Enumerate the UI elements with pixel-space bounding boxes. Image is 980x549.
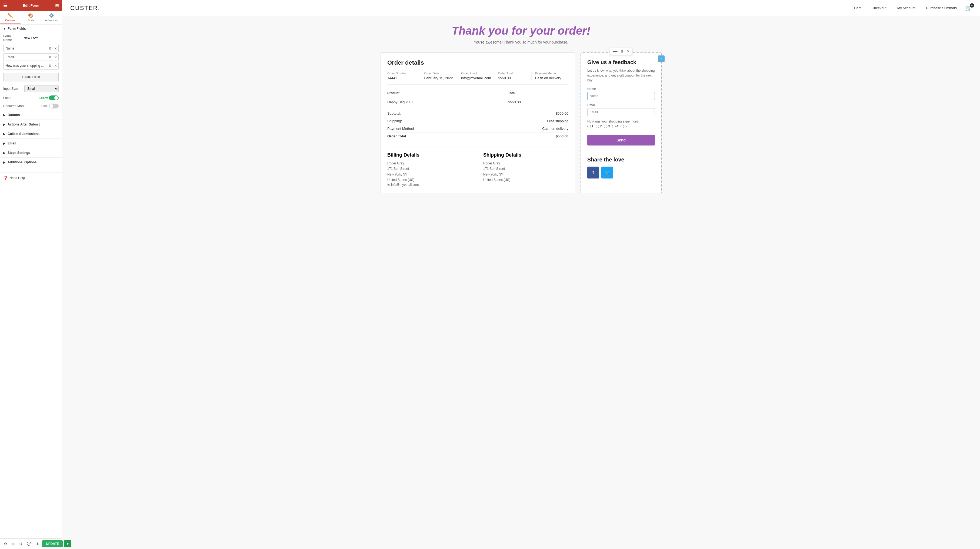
steps-label: Steps Settings	[8, 151, 30, 155]
email-label: Email	[8, 142, 16, 145]
col-total-header: Total	[508, 91, 568, 95]
steps-settings-section[interactable]: ▶ Steps Settings	[0, 148, 62, 157]
order-item-product: Happy Bag × 10	[387, 100, 508, 104]
nav-my-account[interactable]: My Account	[897, 6, 915, 10]
meta-order-number: Order Number 14441	[387, 72, 421, 80]
hamburger-icon[interactable]: ☰	[3, 3, 7, 8]
order-total-label: Order Total	[387, 134, 406, 138]
radio-item-5[interactable]: 5	[620, 124, 627, 128]
actions-label: Actions After Submit	[8, 123, 40, 126]
add-bottom-button[interactable]: ⊕	[10, 541, 16, 547]
form-fields-arrow: ▼	[3, 27, 6, 30]
settings-bottom-button[interactable]: ⚙	[2, 541, 9, 547]
preview-bottom-button[interactable]: 👁	[34, 541, 41, 547]
radio-4[interactable]	[612, 124, 616, 128]
help-icon: ❓	[3, 176, 8, 180]
update-arrow-button[interactable]: ▼	[64, 540, 72, 547]
shipping-label: Shipping:	[387, 119, 402, 123]
toolbar-grid-button[interactable]: ⊞	[620, 49, 625, 54]
radio-2-label: 2	[600, 124, 602, 128]
order-total-value: $550.00	[556, 134, 568, 138]
feedback-name-input[interactable]	[587, 92, 655, 100]
comment-bottom-button[interactable]: 💬	[25, 541, 33, 547]
buttons-section[interactable]: ▶ Buttons	[0, 110, 62, 120]
additional-options-section[interactable]: ▶ Additional Options	[0, 157, 62, 167]
subtotal-rows: Subtotal: $550.00 Shipping: Free shippin…	[387, 110, 568, 140]
meta-order-number-label: Order Number	[387, 72, 418, 75]
tab-style[interactable]: 🎨 Style	[21, 11, 41, 24]
field-label-name: Name	[3, 45, 48, 52]
input-size-select[interactable]: Small Medium Large	[24, 85, 59, 92]
content-icon: ✏️	[8, 13, 13, 18]
add-item-button[interactable]: + ADD ITEM	[3, 73, 59, 81]
twitter-icon: 🐦	[605, 169, 610, 176]
feedback-name-field: Name	[587, 87, 655, 100]
billing-email-row: ✉ info@myemail.com	[387, 183, 473, 187]
need-help-label: Need Help	[10, 176, 25, 180]
share-facebook-button[interactable]: f	[587, 167, 599, 179]
nav-purchase-summary[interactable]: Purchase Summary	[926, 6, 957, 10]
radio-item-4[interactable]: 4	[612, 124, 618, 128]
toolbar-move-button[interactable]: ⟵	[612, 49, 619, 54]
form-fields-label: Form Fields	[8, 27, 26, 30]
radio-4-label: 4	[616, 124, 618, 128]
nav-checkout[interactable]: Checkout	[872, 6, 886, 10]
radio-item-3[interactable]: 3	[604, 124, 610, 128]
email-arrow: ▶	[3, 142, 5, 145]
undo-bottom-button[interactable]: ↺	[18, 541, 24, 547]
copy-name-button[interactable]: ⧉	[48, 45, 53, 52]
additional-arrow: ▶	[3, 161, 5, 164]
actions-after-submit-section[interactable]: ▶ Actions After Submit	[0, 120, 62, 129]
style-icon: 🎨	[28, 13, 33, 18]
tab-advanced[interactable]: ⚙️ Advanced	[41, 11, 62, 24]
radio-group: 1 2 3 4	[587, 124, 655, 128]
buttons-label: Buttons	[8, 113, 20, 117]
radio-3[interactable]	[604, 124, 607, 128]
radio-3-label: 3	[608, 124, 610, 128]
form-fields-header[interactable]: ▼ Form Fields	[0, 24, 62, 33]
meta-payment-method: Payment Method Cash on delivery	[531, 72, 568, 80]
send-button[interactable]: Send	[587, 135, 655, 145]
nav-cart[interactable]: Cart	[854, 6, 861, 10]
top-nav: CUSTER. Cart Checkout My Account Purchas…	[62, 0, 980, 16]
radio-item-2[interactable]: 2	[596, 124, 602, 128]
feedback-radio-label: How was your shopping experince?	[587, 120, 655, 123]
delete-name-button[interactable]: ✕	[53, 45, 58, 52]
delete-shopping-button[interactable]: ✕	[53, 63, 58, 69]
tab-content[interactable]: ✏️ Content	[0, 11, 21, 24]
sidebar-title: Edit Form	[23, 3, 40, 8]
field-actions-name: ⧉ ✕	[48, 45, 58, 52]
collect-arrow: ▶	[3, 132, 5, 136]
billing-city: New York, NY	[387, 172, 473, 177]
billing-country: United States (US)	[387, 177, 473, 182]
input-size-label: Input Size	[3, 87, 22, 91]
update-button[interactable]: UPDATE	[42, 540, 63, 547]
tab-bar: ✏️ Content 🎨 Style ⚙️ Advanced	[0, 11, 62, 24]
payment-method-row-value: Cash on delivery	[542, 126, 568, 131]
radio-5[interactable]	[620, 124, 624, 128]
meta-order-email-label: Order Email	[461, 72, 492, 75]
grid-icon[interactable]: ⊞	[55, 3, 59, 8]
form-name-input[interactable]	[22, 35, 62, 41]
feedback-email-input[interactable]	[587, 108, 655, 116]
edit-field-button[interactable]: ✎	[658, 56, 665, 62]
collect-submissions-section[interactable]: ▶ Collect Submissions	[0, 129, 62, 139]
tab-style-label: Style	[27, 19, 34, 22]
share-twitter-button[interactable]: 🐦	[601, 167, 613, 179]
radio-item-1[interactable]: 1	[587, 124, 593, 128]
required-mark-toggle[interactable]	[49, 104, 59, 109]
radio-1[interactable]	[587, 124, 591, 128]
copy-shopping-button[interactable]: ⧉	[48, 62, 53, 69]
label-toggle-switch[interactable]: SHOW	[40, 96, 59, 101]
label-toggle[interactable]	[49, 96, 59, 101]
required-mark-switch[interactable]: HIDE	[41, 104, 59, 109]
need-help[interactable]: ❓ Need Help	[0, 172, 62, 184]
delete-email-button[interactable]: ✕	[53, 54, 58, 60]
field-actions-shopping: ⧉ ✕	[48, 62, 58, 69]
cart-badge: 0	[970, 3, 974, 8]
radio-2[interactable]	[596, 124, 599, 128]
email-section[interactable]: ▶ Email	[0, 139, 62, 148]
cart-icon[interactable]: 🛒 0	[965, 5, 972, 11]
toolbar-close-button[interactable]: ✕	[626, 49, 630, 54]
copy-email-button[interactable]: ⧉	[48, 54, 53, 60]
